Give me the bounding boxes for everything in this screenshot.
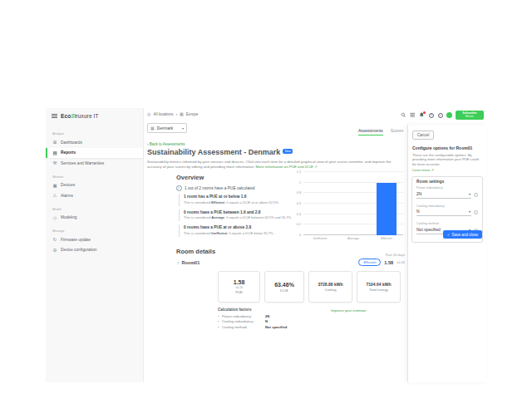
y-axis-tick: 0.8 xyxy=(297,191,301,195)
field-wrap: Cooling redundancy N ▾ xyxy=(416,204,471,217)
calculation-factors-heading: Calculation factors xyxy=(218,308,287,312)
room-pue-value: 1.58 xyxy=(384,260,393,265)
chevron-down-icon: ▾ xyxy=(469,209,470,214)
room-row[interactable]: ↕ Room01 Efficient 1.58 ±0.26 xyxy=(177,259,405,266)
chevron-down-icon: ▾ xyxy=(182,126,184,131)
sidebar-item-alarms[interactable]: ⚠ Alarms xyxy=(46,190,143,201)
sidebar-item-modeling[interactable]: ◇ Modeling xyxy=(46,213,143,224)
sidebar-item-firmware-update[interactable]: ↻ Firmware update xyxy=(46,234,143,245)
help-icon[interactable]: ? xyxy=(428,112,434,118)
chart-column-inefficient xyxy=(303,172,337,235)
field-wrap: Power redundancy 2N ▾ xyxy=(416,186,471,199)
devices-icon: ▣ xyxy=(52,183,57,188)
sidebar-item-label: Device configuration xyxy=(61,248,96,252)
room-settings-title: Room settings xyxy=(416,180,478,184)
brand-name: EcoStruxure IT xyxy=(61,113,98,119)
y-axis-tick: 0.6 xyxy=(297,202,301,205)
calc-value: Not specified xyxy=(265,325,287,329)
detail-term: Inefficient xyxy=(211,231,227,235)
notifications-icon[interactable] xyxy=(419,112,425,118)
learn-more-link[interactable]: Learn more ↗ xyxy=(412,168,482,172)
chart-column-efficient xyxy=(370,172,403,235)
info-glyph: i xyxy=(438,113,443,118)
detail-pre: This is considered xyxy=(184,231,211,235)
field-info-icon[interactable]: i xyxy=(474,193,478,197)
x-axis-label: Average xyxy=(337,237,370,240)
header-icons: ? i Schneider Electric xyxy=(401,111,484,120)
sidebar-item-label: Dashboards xyxy=(61,140,82,145)
brand-eco: Eco xyxy=(61,113,71,119)
brand-rest: truxure IT xyxy=(75,113,99,119)
intro-link-label: More information on PUE and DCiE xyxy=(256,165,313,169)
sidebar-group-analyze: Analyze ⊞ Dashboards ▤ Reports ⚒ Service… xyxy=(46,131,143,169)
tab-assessments[interactable]: Assessments xyxy=(358,128,383,135)
field-power-redundancy: Power redundancy 2N ▾ i xyxy=(416,186,478,199)
schneider-logo[interactable]: Schneider Electric xyxy=(456,111,484,120)
search-icon[interactable] xyxy=(401,112,406,118)
learn-more-label: Learn more xyxy=(412,168,430,172)
cooling-redundancy-select[interactable]: N ▾ xyxy=(416,208,471,217)
save-and-close-button[interactable]: ✓ Save and close xyxy=(443,230,482,239)
breadcrumb-root[interactable]: All locations xyxy=(153,112,173,116)
expand-room-icon[interactable]: ↕ xyxy=(177,260,180,265)
schneider-logo-line2: Electric xyxy=(466,116,474,118)
improve-estimate-link[interactable]: Improve your estimate xyxy=(331,308,367,313)
metric-card-pue: 1.58 ±0.26 PUE xyxy=(218,271,260,303)
configure-panel: Cancel Configure options for Room01 Thes… xyxy=(407,125,486,382)
detail-term: Efficient xyxy=(211,200,224,204)
building-icon: ▦ xyxy=(150,126,155,131)
select-value: 2N xyxy=(416,191,421,196)
breadcrumb: ◎ All locations › ▦ Europe xyxy=(147,111,198,116)
apps-grid-icon[interactable] xyxy=(410,112,416,118)
sidebar-item-reports[interactable]: ▤ Reports xyxy=(46,148,143,159)
calc-label: Power redundancy: xyxy=(222,314,265,318)
metric-value: 63.46% xyxy=(274,282,294,288)
avatar[interactable] xyxy=(446,112,452,118)
metric-label: Cooling xyxy=(324,288,336,292)
sidebar-group-model: Model ◇ Modeling xyxy=(46,207,143,224)
metric-card-dcie: 63.46% DCiE xyxy=(264,271,304,303)
menu-icon[interactable] xyxy=(52,114,57,118)
cancel-button[interactable]: Cancel xyxy=(412,131,434,140)
power-redundancy-select[interactable]: 2N ▾ xyxy=(416,190,471,199)
overview-item-efficient[interactable]: 1 room has a PUE at or below 1.6 This is… xyxy=(179,194,299,206)
device-configuration-icon: ⚙ xyxy=(52,248,57,253)
sidebar-item-devices[interactable]: ▣ Devices xyxy=(46,180,143,191)
sidebar-item-label: Modeling xyxy=(61,215,76,219)
calc-label: Cooling redundancy: xyxy=(222,319,265,323)
sidebar-item-dashboards[interactable]: ⊞ Dashboards xyxy=(46,137,143,148)
sidebar-item-services-warranties[interactable]: ⚒ Services and Warranties xyxy=(46,158,143,169)
location-dropdown[interactable]: ▦ Denmark ▾ xyxy=(147,123,187,133)
sidebar-group-monitor: Monitor ▣ Devices ⚠ Alarms xyxy=(46,175,143,201)
modeling-icon: ◇ xyxy=(52,215,57,220)
field-info-icon[interactable]: i xyxy=(474,210,478,214)
info-icon[interactable]: i xyxy=(437,112,443,118)
title-row: Sustainability Assessment - Denmark New xyxy=(147,148,293,156)
overview-item-inefficient[interactable]: 0 rooms have a PUE at or above 2.8 This … xyxy=(179,224,299,237)
metric-cards: 1.58 ±0.26 PUE 63.46% DCiE 3728.88 kWh C… xyxy=(218,271,401,303)
breadcrumb-region[interactable]: Europe xyxy=(186,112,199,116)
back-link[interactable]: ‹ Back to Assessments xyxy=(147,142,185,146)
dashboards-icon: ⊞ xyxy=(52,140,57,145)
intro-link[interactable]: More information on PUE and DCiE ↗ xyxy=(256,165,318,169)
metric-label: DCiE xyxy=(280,288,288,293)
sidebar-group-label: Analyze xyxy=(46,131,143,135)
overview-item-average[interactable]: 0 rooms have a PUE between 1.6 and 2.8 T… xyxy=(179,209,299,222)
sidebar-item-label: Services and Warranties xyxy=(61,161,104,165)
breadcrumb-separator: › xyxy=(175,112,177,116)
y-axis-tick: 0 xyxy=(299,234,301,237)
sidebar: EcoStruxure IT Analyze ⊞ Dashboards ▤ Re… xyxy=(46,108,144,382)
region-icon: ▦ xyxy=(180,111,184,116)
overview-summary: ✓ 1 out of 2 rooms have a PUE calculated xyxy=(176,185,255,191)
room-details-heading: Room details xyxy=(176,248,215,255)
room-name-label: Room01 xyxy=(182,260,200,265)
overview-items: 1 room has a PUE at or below 1.6 This is… xyxy=(179,194,299,240)
panel-description: These are the configurable options. By p… xyxy=(412,153,482,168)
tab-scores[interactable]: Scores xyxy=(391,128,404,135)
status-badge: Efficient xyxy=(358,259,381,266)
detail-term: Average xyxy=(211,215,224,219)
sidebar-item-device-configuration[interactable]: ⚙ Device configuration xyxy=(46,245,143,256)
sidebar-group-label: Model xyxy=(46,207,143,211)
overview-summary-text: 1 out of 2 rooms have a PUE calculated xyxy=(185,186,255,190)
firmware-update-icon: ↻ xyxy=(52,237,57,242)
